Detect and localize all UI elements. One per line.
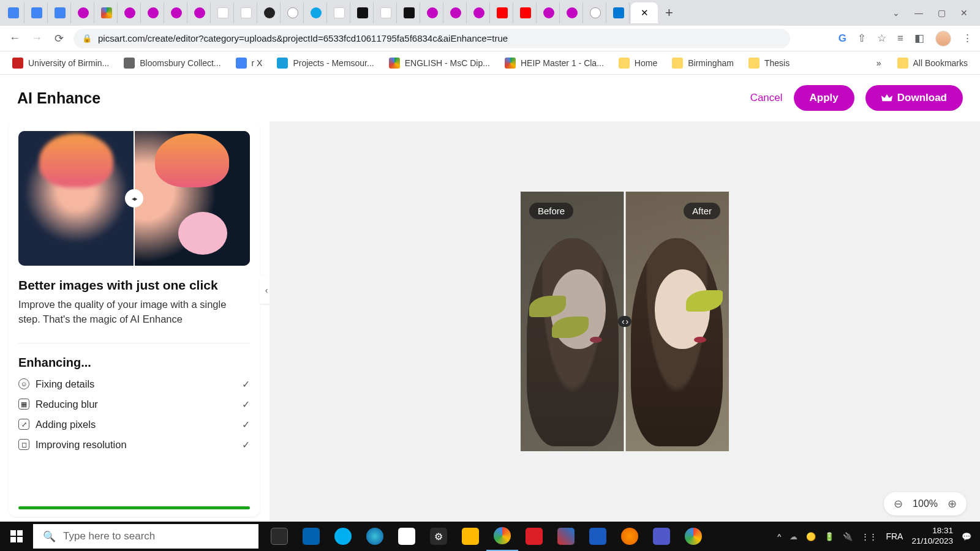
nav-forward-button[interactable]: → — [29, 31, 44, 46]
browser-tab[interactable] — [142, 2, 164, 23]
browser-tab[interactable] — [538, 2, 560, 23]
taskbar-app-word[interactable] — [582, 522, 614, 551]
browser-tab[interactable] — [491, 2, 513, 23]
bookmark-item[interactable]: ENGLISH - MsC Dip... — [383, 55, 496, 71]
bookmark-star-icon[interactable]: ☆ — [877, 32, 886, 45]
check-icon: ✓ — [242, 378, 250, 390]
browser-tab[interactable] — [212, 2, 234, 23]
search-icon: 🔍 — [43, 530, 56, 543]
divider — [18, 343, 250, 343]
tray-weather-icon[interactable]: 🟡 — [806, 532, 816, 541]
close-icon[interactable]: ✕ — [641, 7, 649, 18]
all-bookmarks-button[interactable]: All Bookmarks — [891, 55, 974, 71]
browser-tab[interactable] — [189, 2, 211, 23]
browser-tab-active[interactable]: ✕ — [631, 2, 658, 23]
browser-tab[interactable] — [305, 2, 327, 23]
bookmark-item[interactable]: University of Birmin... — [6, 55, 115, 71]
window-close-button[interactable]: ✕ — [960, 8, 968, 18]
before-after-compare[interactable]: Before After ‹ › — [521, 192, 729, 451]
browser-tab[interactable] — [26, 2, 48, 23]
zoom-value: 100% — [913, 498, 938, 509]
task-view-button[interactable] — [263, 522, 295, 551]
profile-avatar[interactable] — [935, 31, 951, 47]
browser-tab[interactable] — [468, 2, 490, 23]
panel-heading: Better images with just one click — [18, 278, 250, 293]
step-item: ⤢Adding pixels✓ — [18, 419, 250, 430]
tray-network-icon[interactable]: ⋮⋮ — [861, 532, 877, 541]
tray-charging-icon[interactable]: 🔌 — [843, 532, 853, 541]
tray-onedrive-icon[interactable]: ☁ — [790, 532, 797, 541]
zoom-in-button[interactable]: ⊕ — [948, 497, 957, 511]
taskbar-app-firefox[interactable] — [614, 522, 646, 551]
after-badge: After — [684, 203, 720, 219]
browser-tab[interactable] — [398, 2, 420, 23]
chrome-menu-icon[interactable]: ⋮ — [962, 32, 973, 45]
browser-tab[interactable] — [96, 2, 118, 23]
new-tab-button[interactable]: + — [659, 5, 679, 21]
bookmark-item[interactable]: r X — [230, 55, 269, 71]
slider-handle-icon[interactable]: ◂▸ — [125, 189, 143, 208]
bookmark-item[interactable]: Bloomsbury Collect... — [118, 55, 227, 71]
browser-tab[interactable] — [608, 2, 630, 23]
taskbar-app-teams[interactable] — [646, 522, 677, 551]
taskbar-app-store[interactable] — [391, 522, 423, 551]
tray-notifications-icon[interactable]: 💬 — [962, 532, 971, 541]
tray-overflow-icon[interactable]: ^ — [777, 532, 781, 541]
taskbar-app-explorer[interactable] — [454, 522, 486, 551]
progress-bar — [18, 506, 250, 509]
window-minimize-button[interactable]: — — [914, 8, 923, 18]
bookmark-item[interactable]: Home — [612, 55, 663, 71]
panel-description: Improve the quality of your image with a… — [18, 298, 250, 327]
browser-tab[interactable] — [375, 2, 397, 23]
bookmark-item[interactable]: HEIP Master 1 - Cla... — [499, 55, 610, 71]
zoom-control: ⊖ 100% ⊕ — [884, 492, 967, 515]
tray-language[interactable]: FRA — [886, 531, 903, 541]
download-button[interactable]: Download — [865, 85, 963, 111]
bookmark-item[interactable]: Projects - Memsour... — [271, 55, 380, 71]
nav-back-button[interactable]: ← — [7, 31, 22, 46]
browser-tab[interactable] — [2, 2, 24, 23]
browser-tab[interactable] — [584, 2, 606, 23]
bookmarks-overflow-button[interactable]: » — [876, 58, 881, 68]
share-icon[interactable]: ⇧ — [858, 32, 866, 45]
browser-tab[interactable] — [165, 2, 187, 23]
taskbar-app-settings[interactable]: ⚙ — [423, 522, 454, 551]
taskbar-search-input[interactable]: 🔍 Type here to search — [33, 524, 258, 549]
browser-tab[interactable] — [282, 2, 304, 23]
browser-tab[interactable] — [352, 2, 374, 23]
browser-tab[interactable] — [328, 2, 350, 23]
browser-tab[interactable] — [72, 2, 94, 23]
taskbar-app-acrobat[interactable] — [518, 522, 550, 551]
start-button[interactable] — [0, 522, 33, 551]
taskbar-app-edge[interactable] — [359, 522, 391, 551]
taskbar-app-skype[interactable] — [327, 522, 359, 551]
browser-tab[interactable] — [561, 2, 583, 23]
taskbar-app-chrome[interactable] — [486, 522, 518, 551]
browser-tab[interactable] — [235, 2, 257, 23]
reading-list-icon[interactable]: ≡ — [897, 32, 903, 45]
blur-icon: ▦ — [18, 399, 29, 410]
tabs-dropdown-icon[interactable]: ⌄ — [892, 8, 900, 18]
window-maximize-button[interactable]: ▢ — [938, 8, 946, 18]
url-input[interactable]: 🔒 picsart.com/create/editor?category=upl… — [74, 29, 790, 48]
browser-tab[interactable] — [49, 2, 71, 23]
browser-tab[interactable] — [514, 2, 537, 23]
bookmark-item[interactable]: Thesis — [742, 55, 796, 71]
google-search-icon[interactable]: G — [839, 32, 846, 45]
apply-button[interactable]: Apply — [794, 85, 854, 111]
tray-battery-icon[interactable]: 🔋 — [824, 532, 834, 541]
taskbar-app[interactable] — [550, 522, 582, 551]
taskbar-app[interactable] — [295, 522, 327, 551]
compare-slider-handle[interactable]: ‹ › — [618, 316, 631, 327]
browser-tab[interactable] — [421, 2, 443, 23]
side-panel-icon[interactable]: ◧ — [914, 32, 924, 45]
browser-tab[interactable] — [445, 2, 467, 23]
nav-reload-button[interactable]: ⟳ — [51, 31, 66, 46]
cancel-button[interactable]: Cancel — [750, 92, 783, 104]
zoom-out-button[interactable]: ⊖ — [894, 497, 903, 511]
taskbar-app-chrome-alt[interactable] — [677, 522, 709, 551]
browser-tab[interactable] — [258, 2, 281, 23]
browser-tab[interactable] — [119, 2, 141, 23]
tray-clock[interactable]: 18:31 21/10/2023 — [911, 526, 953, 547]
bookmark-item[interactable]: Birmingham — [666, 55, 740, 71]
